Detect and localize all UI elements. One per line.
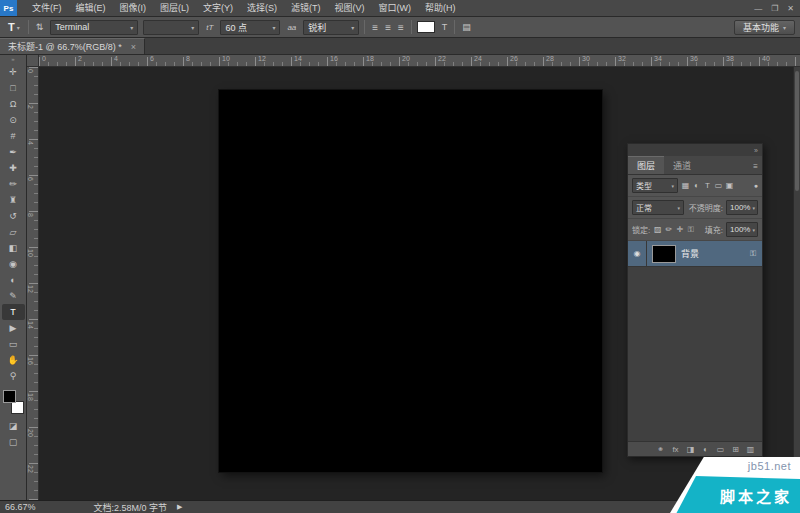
lock-all-icon[interactable]: ⚿ bbox=[686, 225, 695, 235]
quick-selection-tool[interactable]: ⊙ bbox=[2, 112, 25, 128]
align-right-icon[interactable]: ≡ bbox=[396, 22, 406, 33]
font-size-icon: tT bbox=[204, 23, 215, 32]
clone-stamp-tool[interactable]: ♜ bbox=[2, 192, 25, 208]
link-layers-button[interactable]: ⚭ bbox=[656, 445, 665, 454]
blend-mode-select[interactable]: 正常 ▾ bbox=[632, 200, 684, 215]
quick-mask-tool[interactable]: ◪ bbox=[2, 418, 25, 434]
font-family-select[interactable]: Terminal ▾ bbox=[50, 20, 138, 35]
menu-layer[interactable]: 图层(L) bbox=[153, 0, 196, 16]
color-swatches[interactable] bbox=[2, 389, 25, 415]
font-size-select[interactable]: 60 点 ▾ bbox=[220, 20, 280, 35]
adjustment-layer-button[interactable]: ◐ bbox=[701, 445, 710, 454]
opacity-field[interactable]: 100% ▾ bbox=[726, 200, 758, 215]
ruler-h-label: 10 bbox=[222, 55, 230, 62]
tab-channels[interactable]: 通道 bbox=[664, 156, 700, 174]
close-icon[interactable]: × bbox=[131, 42, 136, 52]
type-tool[interactable]: T bbox=[2, 304, 25, 320]
tab-layers[interactable]: 图层 bbox=[628, 156, 664, 174]
ruler-v-label: 20 bbox=[27, 429, 34, 437]
filter-type-select[interactable]: 类型 ▾ bbox=[632, 178, 678, 193]
menu-view[interactable]: 视图(V) bbox=[328, 0, 372, 16]
zoom-tool[interactable]: ⚲ bbox=[2, 368, 25, 384]
warp-text-icon[interactable]: T bbox=[440, 22, 450, 32]
panel-menu-icon[interactable]: ≡ bbox=[753, 162, 762, 174]
new-layer-button[interactable]: ⊞ bbox=[731, 445, 740, 454]
menu-select[interactable]: 选择(S) bbox=[240, 0, 284, 16]
healing-brush-tool[interactable]: ✚ bbox=[2, 160, 25, 176]
workspace-switcher[interactable]: 基本功能 ▾ bbox=[734, 20, 795, 35]
ruler-v-label: 14 bbox=[27, 321, 34, 329]
layer-thumbnail[interactable] bbox=[652, 245, 676, 263]
eraser-tool[interactable]: ▱ bbox=[2, 224, 25, 240]
anti-alias-select[interactable]: 锐利 ▾ bbox=[303, 20, 359, 35]
menu-image[interactable]: 图像(I) bbox=[113, 0, 154, 16]
zoom-level-field[interactable]: 66.67% bbox=[5, 502, 36, 512]
eyedropper-tool[interactable]: ✒ bbox=[2, 144, 25, 160]
lock-pixels-icon[interactable]: ✏ bbox=[664, 225, 673, 235]
ruler-h-label: 2 bbox=[78, 55, 82, 62]
lasso-tool[interactable]: Ω bbox=[2, 96, 25, 112]
vertical-scrollbar[interactable] bbox=[793, 67, 800, 500]
status-expand-icon[interactable]: ▶ bbox=[177, 503, 182, 511]
history-brush-tool[interactable]: ↺ bbox=[2, 208, 25, 224]
brush-tool[interactable]: ✏ bbox=[2, 176, 25, 192]
filter-type-icon[interactable]: T bbox=[703, 181, 712, 190]
shape-tool[interactable]: ▭ bbox=[2, 336, 25, 352]
chevron-down-icon: ▾ bbox=[272, 24, 275, 31]
layer-visibility-icon[interactable]: ◉ bbox=[628, 241, 647, 266]
divider bbox=[364, 20, 365, 34]
text-orientation-icon[interactable]: ⇅ bbox=[34, 22, 46, 32]
align-center-icon[interactable]: ≡ bbox=[383, 22, 393, 33]
ruler-h-label: 38 bbox=[726, 55, 734, 62]
menu-window[interactable]: 窗口(W) bbox=[372, 0, 419, 16]
close-button[interactable]: ✕ bbox=[787, 4, 794, 13]
lock-transparent-icon[interactable]: ▨ bbox=[653, 225, 662, 235]
chevron-down-icon: ▾ bbox=[671, 183, 674, 189]
chevron-down-icon: ▾ bbox=[783, 24, 786, 31]
gradient-tool[interactable]: ◧ bbox=[2, 240, 25, 256]
layer-style-button[interactable]: fx bbox=[671, 445, 680, 454]
dodge-tool[interactable]: ◐ bbox=[2, 272, 25, 288]
filter-shape-icon[interactable]: ▭ bbox=[714, 181, 723, 190]
chevron-down-icon: ▾ bbox=[752, 205, 755, 211]
crop-tool[interactable]: # bbox=[2, 128, 25, 144]
document-tab[interactable]: 未标题-1 @ 66.7%(RGB/8) * × bbox=[0, 38, 145, 54]
delete-layer-button[interactable]: ▥ bbox=[746, 445, 755, 454]
lock-position-icon[interactable]: ✛ bbox=[675, 225, 684, 235]
menu-file[interactable]: 文件(F) bbox=[25, 0, 69, 16]
hand-tool[interactable]: ✋ bbox=[2, 352, 25, 368]
restore-button[interactable]: ❐ bbox=[771, 4, 778, 13]
marquee-tool[interactable]: □ bbox=[2, 80, 25, 96]
layer-group-button[interactable]: ▭ bbox=[716, 445, 725, 454]
menu-type[interactable]: 文字(Y) bbox=[196, 0, 240, 16]
path-selection-tool[interactable]: ▶ bbox=[2, 320, 25, 336]
filter-adjustment-icon[interactable]: ◐ bbox=[692, 181, 701, 190]
layer-mask-button[interactable]: ◨ bbox=[686, 445, 695, 454]
ruler-corner bbox=[27, 55, 39, 67]
collapse-toolbar-icon[interactable]: » bbox=[11, 55, 14, 64]
fill-field[interactable]: 100% ▾ bbox=[726, 222, 758, 237]
menu-edit[interactable]: 编辑(E) bbox=[69, 0, 113, 16]
move-tool[interactable]: ✛ bbox=[2, 64, 25, 80]
menu-filter[interactable]: 滤镜(T) bbox=[284, 0, 328, 16]
filter-smart-object-icon[interactable]: ▣ bbox=[725, 181, 734, 190]
ruler-h-label: 32 bbox=[618, 55, 626, 62]
screen-mode-tool[interactable]: ▢ bbox=[2, 434, 25, 450]
collapse-panel-icon[interactable]: » bbox=[754, 147, 758, 154]
filter-toggle-icon[interactable]: ● bbox=[754, 182, 758, 189]
align-left-icon[interactable]: ≡ bbox=[370, 22, 380, 33]
scrollbar-thumb[interactable] bbox=[795, 71, 799, 191]
filter-pixel-icon[interactable]: ▦ bbox=[681, 181, 690, 190]
pen-tool[interactable]: ✎ bbox=[2, 288, 25, 304]
foreground-color-swatch[interactable] bbox=[3, 390, 16, 403]
minimize-button[interactable]: — bbox=[754, 4, 762, 13]
menu-help[interactable]: 帮助(H) bbox=[418, 0, 463, 16]
layer-row[interactable]: ◉背景⚿ bbox=[628, 241, 762, 267]
blur-tool[interactable]: ◉ bbox=[2, 256, 25, 272]
ruler-h-label: 28 bbox=[546, 55, 554, 62]
font-style-select[interactable]: ▾ bbox=[143, 20, 199, 35]
tool-preset-picker[interactable]: T ▾ bbox=[5, 19, 23, 35]
document-canvas[interactable] bbox=[219, 90, 602, 472]
toggle-panels-icon[interactable]: ▤ bbox=[460, 22, 473, 32]
text-color-swatch[interactable] bbox=[417, 21, 435, 33]
